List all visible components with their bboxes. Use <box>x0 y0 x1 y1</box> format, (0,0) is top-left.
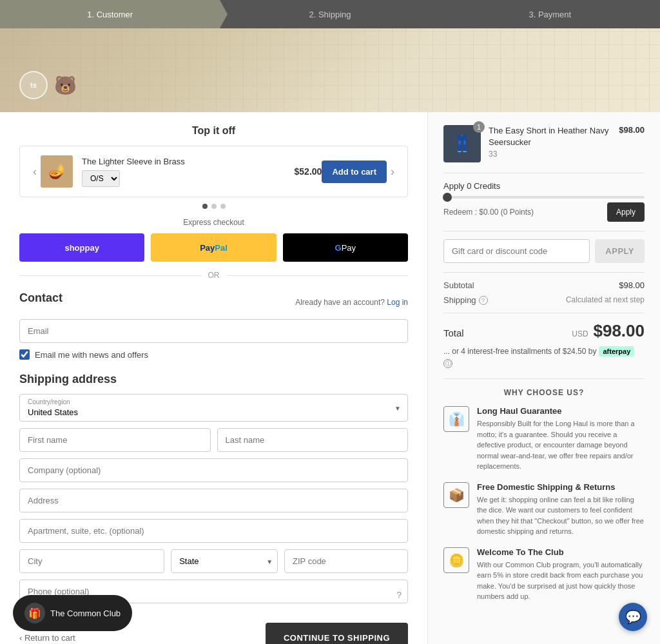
state-select[interactable]: State ALAKAZCA NYTX <box>171 549 278 573</box>
dot-2[interactable] <box>211 204 217 209</box>
dot-1[interactable] <box>202 204 208 209</box>
add-to-cart-button[interactable]: Add to cart <box>322 161 387 183</box>
why-content-2: Welcome To The Club With our Common Club… <box>477 547 645 602</box>
country-select-wrapper[interactable]: Country/region United States ▼ <box>19 394 408 422</box>
credits-slider <box>443 196 645 199</box>
total-price-wrapper: USD $98.00 <box>572 321 645 341</box>
shop-pay-button[interactable]: shoppay <box>19 233 144 262</box>
size-select[interactable]: O/S <box>82 170 120 187</box>
country-select[interactable]: United States <box>28 407 400 417</box>
gpay-button[interactable]: G Pay <box>283 233 408 262</box>
item-variant: 33 <box>489 150 611 159</box>
paypal-button[interactable]: PayPal <box>151 233 276 262</box>
newsletter-checkbox[interactable] <box>19 349 30 360</box>
step-shipping[interactable]: 2. Shipping <box>220 0 440 28</box>
state-select-wrapper[interactable]: State ALAKAZCA NYTX ▼ <box>171 549 278 573</box>
newsletter-label: Email me with news and offers <box>35 350 148 360</box>
total-currency: USD <box>572 329 588 338</box>
hero-banner: ts 🐻 <box>0 28 660 112</box>
apply-credits-button[interactable]: Apply <box>607 202 645 222</box>
item-quantity-badge: 1 <box>473 121 485 133</box>
gift-card-input[interactable] <box>443 239 590 263</box>
contact-header: Contact Already have an account? Log in <box>19 291 408 313</box>
login-link[interactable]: Log in <box>387 298 408 307</box>
credits-title: Apply 0 Credits <box>443 181 645 191</box>
why-choose-us-section: WHY CHOOSE US? 👔 Long Haul Guarantee Res… <box>443 378 645 602</box>
apt-field[interactable] <box>19 519 408 543</box>
shipping-info-icon[interactable]: ? <box>479 296 488 305</box>
why-item-0: 👔 Long Haul Guarantee Responsibly Built … <box>443 406 645 472</box>
ts-logo: ts <box>19 71 48 99</box>
item-image-wrapper: 👖 1 <box>443 125 481 162</box>
carousel-dots <box>19 204 408 209</box>
divider-1 <box>443 173 645 173</box>
subtotal-row: Subtotal $98.00 <box>443 280 645 290</box>
why-text-2: With our Common Club program, you'll aut… <box>477 560 645 602</box>
phone-help-icon: ? <box>396 590 402 600</box>
shipping-row: Shipping ? Calculated at next step <box>443 295 645 305</box>
subtotal-value: $98.00 <box>619 280 645 290</box>
chat-bubble-button[interactable]: 💬 <box>619 603 647 631</box>
product-carousel: ‹ 🪔 The Lighter Sleeve in Brass O/S $52.… <box>19 146 408 197</box>
redeem-label: Redeem : $0.00 (0 Points) <box>443 208 534 217</box>
chat-icon: 💬 <box>625 609 641 625</box>
common-club-button[interactable]: 🎁 The Common Club <box>13 595 132 631</box>
product-price: $52.00 <box>295 166 322 177</box>
gift-card-apply-button[interactable]: APPLY <box>595 239 645 263</box>
express-checkout-label: Express checkout <box>19 218 408 227</box>
subtotal-label: Subtotal <box>443 280 474 290</box>
contact-login-row: Already have an account? Log in <box>295 298 408 307</box>
step-customer[interactable]: 1. Customer <box>0 0 220 28</box>
common-club-icon: 🎁 <box>24 603 45 623</box>
shipping-address-title: Shipping address <box>19 373 408 386</box>
credits-section: Apply 0 Credits Redeem : $0.00 (0 Points… <box>443 181 645 222</box>
last-name-field[interactable] <box>217 428 409 452</box>
afterpay-text: ... or 4 interest-free installments of $… <box>443 347 596 356</box>
why-title: WHY CHOOSE US? <box>443 388 645 397</box>
why-content-0: Long Haul Guarantee Responsibly Built fo… <box>477 406 645 472</box>
order-item: 👖 1 The Easy Short in Heather Navy Seers… <box>443 125 645 162</box>
divider-4 <box>443 313 645 313</box>
shipping-icon: 📦 <box>443 482 469 508</box>
common-club-label: The Common Club <box>50 609 121 618</box>
return-to-cart-link[interactable]: ‹ Return to cart <box>19 633 75 643</box>
country-label: Country/region <box>28 398 400 405</box>
map-background <box>0 28 660 112</box>
total-row: Total USD $98.00 <box>443 321 645 341</box>
shipping-value: Calculated at next step <box>566 295 645 305</box>
carousel-next[interactable]: › <box>387 162 398 181</box>
afterpay-logo: afterpay <box>599 346 634 356</box>
redeem-row: Redeem : $0.00 (0 Points) Apply <box>443 202 645 222</box>
club-icon: 🪙 <box>443 547 469 573</box>
city-state-zip-row: State ALAKAZCA NYTX ▼ <box>19 549 408 573</box>
slider-track[interactable] <box>443 196 645 199</box>
total-label: Total <box>443 327 464 338</box>
step-payment[interactable]: 3. Payment <box>440 0 660 28</box>
carousel-prev[interactable]: ‹ <box>29 162 41 181</box>
size-select-wrapper[interactable]: O/S <box>82 170 286 187</box>
company-field[interactable] <box>19 458 408 482</box>
why-text-1: We get it: shopping online can feel a bi… <box>477 494 645 537</box>
name-row <box>19 428 408 452</box>
first-name-field[interactable] <box>19 428 211 452</box>
newsletter-row: Email me with news and offers <box>19 349 408 360</box>
address-field[interactable] <box>19 489 408 512</box>
item-price: $98.00 <box>619 125 645 135</box>
zip-field[interactable] <box>284 549 408 573</box>
why-title-1: Free Domestic Shipping & Returns <box>477 482 645 492</box>
continue-to-shipping-button[interactable]: CONTINUE TO SHIPPING <box>266 623 408 644</box>
brand-logo: ts 🐻 <box>19 71 77 99</box>
why-item-1: 📦 Free Domestic Shipping & Returns We ge… <box>443 482 645 537</box>
divider-2 <box>443 231 645 231</box>
dot-3[interactable] <box>220 204 226 209</box>
progress-bar: 1. Customer 2. Shipping 3. Payment <box>0 0 660 28</box>
why-text-0: Responsibly Built for the Long Haul is m… <box>477 418 645 472</box>
top-it-off-section: Top it off ‹ 🪔 The Lighter Sleeve in Bra… <box>19 125 408 209</box>
payment-buttons: shoppay PayPal G Pay <box>19 233 408 262</box>
gift-card-row: APPLY <box>443 239 645 263</box>
item-details: The Easy Short in Heather Navy Seersucke… <box>489 125 611 159</box>
email-field[interactable] <box>19 319 408 343</box>
afterpay-info-icon[interactable]: ⓘ <box>443 359 452 368</box>
city-field[interactable] <box>19 549 164 573</box>
total-value: $98.00 <box>593 321 645 340</box>
